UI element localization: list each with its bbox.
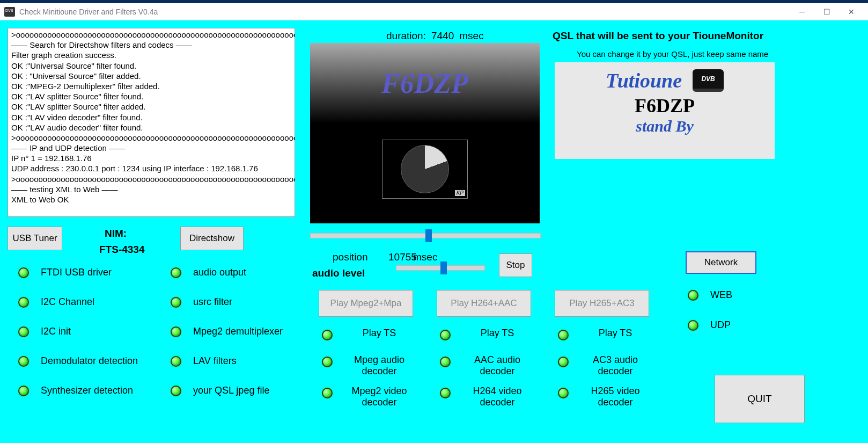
position-value: 10755: [388, 251, 417, 263]
col1-video-led: [440, 388, 451, 398]
maximize-button[interactable]: ☐: [814, 4, 839, 20]
col2-audio-label: AC3 audio decoder: [580, 354, 650, 377]
col1-ts-label: Play TS: [462, 328, 532, 339]
qsl-subtitle: You can change it by your QSL, just keep…: [577, 49, 768, 59]
col0-video-led: [322, 388, 333, 398]
titlebar: Check Minitioune Driver and Filters V0.4…: [0, 3, 868, 20]
stop-button[interactable]: Stop: [499, 253, 532, 277]
left-4-led: [18, 386, 29, 396]
mid-0-led: [171, 267, 181, 278]
log-output[interactable]: >ooooooooooooooooooooooooooooooooooooooo…: [8, 28, 295, 217]
left-2-label: I2C init: [41, 326, 71, 337]
col0-video-label: Mpeg2 video decoder: [344, 386, 414, 408]
col2-ts-label: Play TS: [580, 328, 650, 339]
pie-icon: [401, 145, 449, 193]
mid-4-led: [171, 386, 181, 396]
qsl-standby: stand By: [636, 117, 694, 135]
usb-tuner-button[interactable]: USB Tuner: [8, 227, 62, 250]
directshow-button[interactable]: Directshow: [180, 227, 244, 250]
col1-video-label: H264 video decoder: [462, 386, 532, 408]
duration-label: duration:: [386, 30, 426, 42]
duration-unit: msec: [459, 30, 483, 42]
countdown-graphic: KP: [382, 140, 468, 199]
col2-video-label: H265 video decoder: [580, 386, 650, 408]
net-1-label: UDP: [710, 319, 731, 331]
mid-2-label: Mpeg2 demultiplexer: [193, 326, 283, 337]
play-h264-button[interactable]: Play H264+AAC: [437, 290, 531, 317]
col0-ts-label: Play TS: [344, 328, 414, 339]
window-title: Check Minitioune Driver and Filters V0.4…: [19, 8, 790, 16]
minimize-button[interactable]: ─: [790, 4, 814, 20]
mid-2-led: [171, 326, 181, 337]
network-button[interactable]: Network: [686, 251, 756, 274]
col2-video-led: [558, 388, 569, 398]
mid-3-label: LAV filters: [193, 355, 237, 367]
nim-value: FTS-4334: [99, 244, 144, 256]
progress-slider[interactable]: [310, 233, 541, 238]
quit-button[interactable]: QUIT: [715, 375, 805, 423]
left-0-led: [18, 267, 29, 278]
left-2-led: [18, 326, 29, 337]
slider-thumb-icon[interactable]: [440, 262, 447, 274]
col2-ts-led: [558, 330, 569, 340]
duration-value: 7440: [431, 30, 454, 42]
audio-level-slider[interactable]: [396, 265, 485, 271]
app-icon: [4, 7, 15, 17]
mid-1-led: [171, 297, 181, 308]
net-0-label: WEB: [710, 289, 732, 301]
col0-ts-led: [322, 330, 333, 340]
play-mpeg2-button[interactable]: Play Mpeg2+Mpa: [319, 290, 413, 317]
video-preview: F6DZP KP: [310, 43, 540, 223]
col2-audio-led: [558, 357, 569, 367]
duration-row: duration: 7440 msec: [386, 30, 484, 42]
dvb-icon: DVB: [693, 69, 724, 92]
col0-audio-led: [322, 357, 333, 367]
kp-badge: KP: [455, 190, 465, 196]
left-4-label: Synthesizer detection: [41, 385, 133, 396]
left-1-label: I2C Channel: [41, 296, 94, 308]
net-1-led: [688, 320, 698, 331]
play-h265-button[interactable]: Play H265+AC3: [555, 290, 649, 317]
close-button[interactable]: ✕: [839, 4, 864, 20]
col1-audio-led: [440, 357, 451, 367]
nim-label: NIM:: [105, 228, 127, 239]
mid-4-label: your QSL jpeg file: [193, 385, 269, 396]
position-unit: msec: [413, 251, 437, 263]
qsl-title: QSL that will be sent to your TiouneMoni…: [553, 30, 763, 42]
mid-3-led: [171, 356, 181, 367]
col0-audio-label: Mpeg audio decoder: [344, 354, 414, 377]
audio-level-label: audio level: [312, 267, 365, 279]
mid-0-label: audio output: [193, 267, 246, 278]
video-overlay-text: F6DZP: [381, 68, 468, 99]
left-0-label: FTDI USB driver: [41, 267, 112, 278]
left-3-led: [18, 356, 29, 367]
slider-thumb-icon[interactable]: [425, 229, 432, 242]
mid-1-label: usrc filter: [193, 296, 232, 308]
col1-ts-led: [440, 330, 451, 340]
col1-audio-label: AAC audio decoder: [462, 354, 532, 377]
qsl-callsign: F6DZP: [635, 95, 695, 117]
left-1-led: [18, 297, 29, 308]
left-3-label: Demodulator detection: [41, 355, 138, 367]
qsl-card: Tutioune DVB F6DZP stand By: [555, 62, 775, 159]
qsl-brand: Tutioune: [606, 69, 682, 92]
net-0-led: [688, 290, 698, 301]
position-label: position: [333, 251, 368, 263]
